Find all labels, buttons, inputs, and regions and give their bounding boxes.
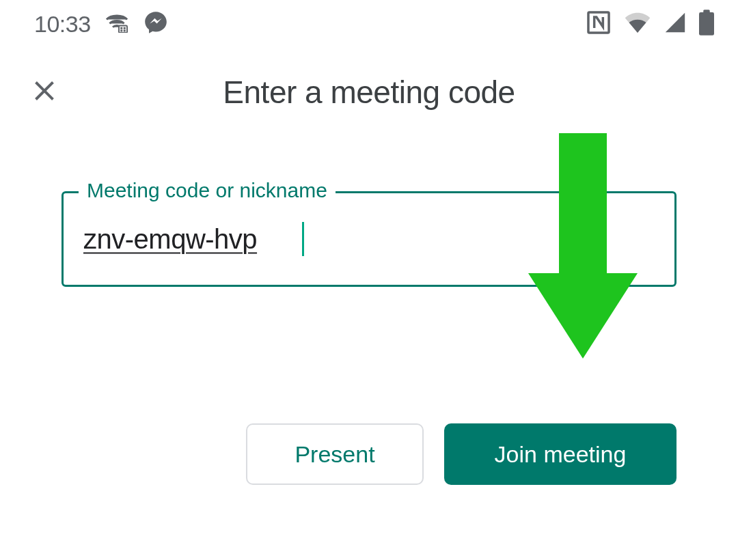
- svg-rect-2: [123, 27, 125, 29]
- svg-rect-0: [119, 26, 127, 33]
- text-caret: [302, 222, 304, 256]
- svg-rect-6: [699, 12, 714, 36]
- join-meeting-button[interactable]: Join meeting: [444, 423, 676, 485]
- wifi-icon: [624, 11, 651, 37]
- present-button[interactable]: Present: [246, 423, 424, 485]
- svg-rect-7: [703, 10, 709, 13]
- svg-rect-4: [123, 30, 125, 32]
- join-meeting-button-label: Join meeting: [495, 441, 627, 468]
- wifi-calling-icon: [105, 12, 129, 36]
- input-area: Meeting code or nickname znv-emqw-hvp: [0, 116, 738, 287]
- button-row: Present Join meeting: [0, 423, 738, 485]
- meeting-code-label: Meeting code or nickname: [79, 179, 336, 202]
- close-icon: [31, 78, 57, 107]
- meeting-code-text: znv-emqw-hvp: [83, 224, 257, 255]
- status-right: [586, 10, 714, 38]
- app-bar: Enter a meeting code: [0, 48, 738, 116]
- close-button[interactable]: [27, 75, 62, 109]
- cellular-icon: [664, 11, 687, 37]
- messenger-icon: [143, 10, 169, 38]
- battery-icon: [699, 10, 714, 38]
- status-bar: 10:33: [0, 0, 738, 48]
- svg-rect-1: [120, 27, 122, 29]
- status-left: 10:33: [34, 10, 169, 38]
- nfc-icon: [586, 10, 612, 38]
- present-button-label: Present: [295, 441, 374, 468]
- svg-rect-3: [120, 30, 122, 32]
- meeting-code-field-wrap: Meeting code or nickname znv-emqw-hvp: [62, 191, 676, 287]
- svg-rect-5: [588, 12, 609, 33]
- clock: 10:33: [34, 11, 91, 38]
- page-title: Enter a meeting code: [223, 74, 515, 111]
